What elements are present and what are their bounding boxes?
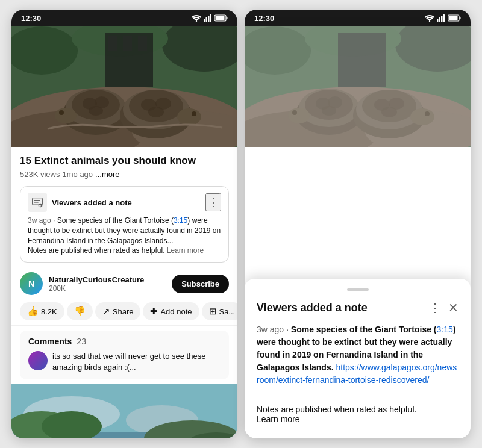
like-count: 8.2K [41, 307, 57, 316]
share-button[interactable]: ↗ Share [95, 302, 141, 320]
svg-rect-33 [123, 36, 132, 51]
sheet-footer-text: Notes are published when rated as helpfu… [257, 405, 416, 414]
svg-rect-3 [208, 16, 210, 22]
note-timestamp-link[interactable]: 3:15 [174, 216, 187, 225]
svg-point-28 [148, 107, 164, 117]
sheet-separator: · [286, 325, 291, 334]
svg-rect-2 [206, 17, 208, 22]
note-body-intro: · [53, 216, 57, 225]
right-phone: 12:30 [245, 10, 471, 438]
left-phone: 12:30 [11, 10, 237, 438]
battery-icon [214, 14, 228, 22]
video-meta: 523K views 1mo ago ...more [20, 170, 229, 179]
svg-point-49 [429, 20, 430, 22]
svg-rect-55 [460, 17, 461, 19]
second-video-svg [11, 384, 237, 438]
svg-point-78 [410, 108, 434, 125]
right-tortoise-scene [245, 26, 471, 147]
second-video-thumbnail[interactable] [11, 384, 237, 438]
add-note-label: Add note [160, 307, 192, 316]
sheet-more-button[interactable]: ⋮ [429, 300, 441, 315]
note-card-body: 3w ago · Some species of the Giant Torto… [28, 216, 221, 256]
channel-name[interactable]: NaturallyCuriousCreature [49, 275, 166, 284]
sheet-header: Viewers added a note ⋮ ✕ [257, 300, 459, 315]
svg-rect-6 [227, 17, 228, 19]
note-card: Viewers added a note ⋮ 3w ago · Some spe… [20, 186, 229, 263]
comment-text: its so sad that we will never get to see… [52, 351, 221, 373]
svg-rect-52 [441, 16, 443, 22]
save-button[interactable]: ⊞ Sa... [202, 302, 238, 320]
right-status-icons [425, 14, 461, 22]
subscribe-button[interactable]: Subscribe [172, 275, 229, 293]
svg-point-70 [288, 108, 310, 123]
view-count: 523K views [20, 170, 60, 179]
svg-rect-56 [449, 16, 458, 20]
signal-icon [204, 14, 212, 22]
comment-row: its so sad that we will never get to see… [28, 351, 221, 373]
sheet-learn-more-link[interactable]: Learn more [257, 414, 300, 424]
note-icon [28, 193, 47, 212]
right-video-thumbnail [245, 26, 471, 147]
video-info: 15 Extinct animals you should know 523K … [11, 147, 237, 184]
sheet-handle [347, 288, 369, 291]
wifi-icon [192, 14, 201, 22]
svg-point-77 [381, 107, 397, 117]
sheet-close-button[interactable]: ✕ [448, 300, 459, 315]
note-body-text: Some species of the Giant Tortoise ( [57, 216, 174, 225]
community-notes-icon [31, 196, 43, 208]
svg-rect-51 [439, 17, 441, 22]
video-title[interactable]: 15 Extinct animals you should know [20, 154, 229, 167]
sheet-timestamp: 3w ago [257, 325, 284, 334]
note-card-title: Viewers added a note [52, 198, 132, 207]
add-note-button[interactable]: ✚ Add note [143, 302, 199, 320]
right-wifi-icon [425, 14, 434, 22]
note-timestamp: 3w ago [28, 216, 51, 225]
svg-point-22 [59, 110, 64, 115]
svg-rect-7 [216, 16, 225, 20]
sheet-header-icons: ⋮ ✕ [429, 300, 459, 315]
svg-rect-53 [443, 14, 445, 22]
sheet-timestamp-link[interactable]: 3:15 [437, 325, 453, 334]
add-note-icon: ✚ [150, 306, 158, 317]
right-battery-icon [448, 14, 461, 22]
commenter-avatar [28, 351, 48, 370]
note-footer-text: Notes are published when rated as helpfu… [28, 246, 167, 255]
comments-section: Comments 23 its so sad that we will neve… [20, 331, 229, 379]
save-label: Sa... [219, 307, 236, 316]
right-time: 12:30 [254, 14, 274, 23]
dislike-icon: 👎 [74, 306, 86, 317]
svg-point-79 [425, 111, 430, 116]
channel-row: N NaturallyCuriousCreature 200K Subscrib… [11, 267, 237, 300]
comments-header: Comments 23 [28, 337, 221, 346]
tortoise-scene-svg [11, 26, 237, 147]
sheet-footer: Notes are published when rated as helpfu… [257, 395, 459, 424]
save-icon: ⊞ [209, 306, 217, 317]
svg-point-71 [292, 110, 297, 115]
left-status-bar: 12:30 [11, 10, 237, 26]
left-video-thumbnail[interactable] [11, 26, 237, 147]
more-link[interactable]: ...more [95, 170, 119, 179]
svg-point-21 [55, 108, 77, 123]
svg-rect-80 [338, 33, 386, 87]
share-icon: ↗ [102, 306, 110, 317]
channel-info: NaturallyCuriousCreature 200K [49, 275, 166, 293]
like-icon: 👍 [27, 306, 39, 317]
svg-point-69 [322, 106, 336, 116]
note-header-left: Viewers added a note [28, 193, 132, 212]
sheet-body-intro: Some species of the Giant Tortoise ( [291, 325, 437, 334]
dislike-button[interactable]: 👎 [67, 302, 93, 320]
svg-point-20 [89, 106, 103, 116]
action-bar: 👍 8.2K 👎 ↗ Share ✚ Add note ⊞ Sa... [11, 300, 237, 326]
sheet-title: Viewers added a note [257, 302, 368, 314]
svg-rect-4 [210, 14, 212, 22]
bottom-sheet: Viewers added a note ⋮ ✕ 3w ago · Some s… [245, 279, 471, 438]
left-time: 12:30 [21, 14, 41, 23]
right-status-bar: 12:30 [245, 10, 471, 26]
share-label: Share [113, 307, 134, 316]
svg-rect-50 [437, 19, 439, 22]
note-menu-button[interactable]: ⋮ [205, 193, 221, 211]
note-card-header: Viewers added a note ⋮ [28, 193, 221, 212]
like-button[interactable]: 👍 8.2K [20, 302, 64, 320]
channel-avatar[interactable]: N [20, 272, 43, 295]
note-learn-more-link[interactable]: Learn more [167, 246, 204, 255]
